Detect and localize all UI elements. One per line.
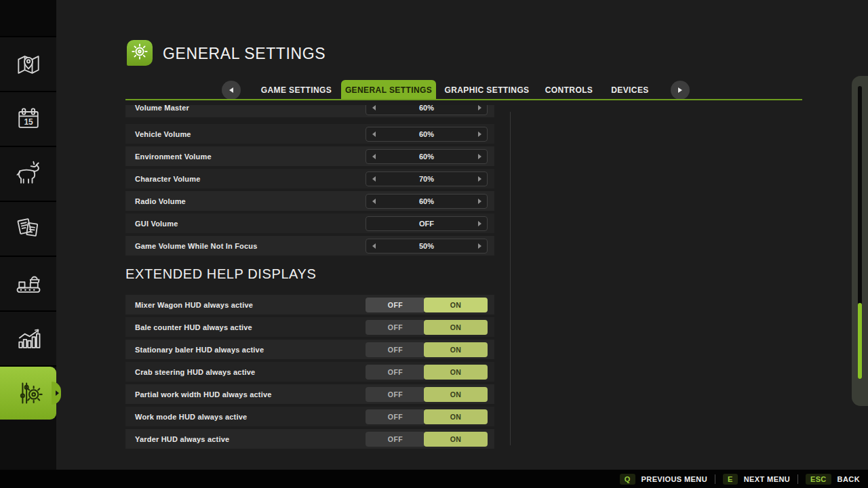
stepper-value: 60% [381,105,472,112]
tab-controls[interactable]: CONTROLS [542,80,596,100]
tab-devices[interactable]: DEVICES [604,80,656,100]
scrollbar[interactable] [852,76,868,406]
arrow-right-icon [478,199,481,204]
setting-label: Work mode HUD always active [125,413,247,421]
mixer-wagon-hud-toggle[interactable]: OFF ON [366,298,488,312]
scrollbar-thumb[interactable] [858,303,862,379]
sidebar-item-statistics[interactable] [0,312,56,367]
stepper-increase-button[interactable] [472,199,487,204]
toggle-off-button[interactable]: OFF [366,409,425,424]
documents-icon [14,214,43,244]
setting-label: Yarder HUD always active [125,435,229,443]
toggle-on-button[interactable]: ON [424,432,488,447]
arrow-right-icon [478,105,481,110]
game-volume-not-in-focus-stepper[interactable]: 50% [366,239,488,253]
hotkey-next-menu[interactable]: E NEXT MENU [723,474,790,485]
setting-row-stationary-baler-hud: Stationary baler HUD always active OFF O… [125,340,494,359]
tab-graphic-settings[interactable]: GRAPHIC SETTINGS [444,80,530,100]
stepper-decrease-button[interactable] [366,199,381,204]
volume-master-stepper[interactable]: 60% [366,105,488,115]
footer-separator [797,474,798,484]
toggle-off-button[interactable]: OFF [366,387,425,402]
key-badge-esc: ESC [806,474,831,485]
arrow-left-icon [372,154,376,159]
setting-label: Radio Volume [125,197,186,205]
sidebar-item-production[interactable] [0,257,56,312]
scrollbar-track[interactable] [858,86,862,379]
arrow-left-icon [372,176,376,182]
setting-label: Mixer Wagon HUD always active [125,301,253,309]
sidebar-item-contracts[interactable] [0,202,56,257]
sidebar-item-animals[interactable] [0,147,56,202]
setting-row-environment-volume: Environment Volume 60% [125,146,494,166]
gear-icon [130,41,150,64]
partial-work-width-hud-toggle[interactable]: OFF ON [366,387,488,402]
setting-row-crab-steering-hud: Crab steering HUD always active OFF ON [125,362,494,382]
stepper-increase-button[interactable] [472,243,487,249]
toggle-off-button[interactable]: OFF [366,365,425,380]
toggle-on-button[interactable]: ON [424,365,488,380]
setting-label: Crab steering HUD always active [125,368,255,376]
tab-general-settings[interactable]: GENERAL SETTINGS [341,80,436,100]
tabs-next-button[interactable] [671,81,690,100]
vehicle-volume-stepper[interactable]: 60% [366,127,488,142]
hotkey-label: NEXT MENU [744,475,790,483]
stepper-increase-button[interactable] [472,154,487,159]
hotkey-label: PREVIOUS MENU [642,475,708,483]
stepper-value: 60% [381,130,472,138]
statistics-icon [14,324,43,354]
setting-row-game-volume-not-in-focus: Game Volume While Not In Focus 50% [125,236,494,256]
section-heading-extended-help-displays: EXTENDED HELP DISPLAYS [125,266,494,282]
gui-volume-stepper[interactable]: OFF [366,216,488,231]
sidebar-item-calendar[interactable]: 15 [0,92,56,147]
hotkey-previous-menu[interactable]: Q PREVIOUS MENU [620,474,707,485]
tabs-prev-button[interactable] [222,81,241,100]
settings-panel: Volume Master 60% Vehicle Volume 60% Env… [125,105,494,451]
hotkey-back[interactable]: ESC BACK [806,474,860,485]
setting-label: Partial work width HUD always active [125,390,272,399]
toggle-on-button[interactable]: ON [424,387,488,402]
toggle-on-button[interactable]: ON [424,409,488,424]
stepper-increase-button[interactable] [472,131,487,137]
yarder-hud-toggle[interactable]: OFF ON [366,432,488,447]
stepper-decrease-button[interactable] [366,105,381,110]
character-volume-stepper[interactable]: 70% [366,171,488,186]
setting-row-character-volume: Character Volume 70% [125,169,494,188]
stepper-increase-button[interactable] [472,221,487,226]
environment-volume-stepper[interactable]: 60% [366,149,488,164]
stepper-increase-button[interactable] [472,105,487,110]
setting-label: GUI Volume [125,220,178,228]
setting-label: Vehicle Volume [125,130,191,138]
arrow-right-icon [478,154,481,159]
setting-row-yarder-hud: Yarder HUD always active OFF ON [125,429,494,449]
crab-steering-hud-toggle[interactable]: OFF ON [366,365,488,380]
sidebar-item-settings[interactable] [0,367,56,420]
setting-row-gui-volume: GUI Volume OFF [125,214,494,233]
arrow-right-icon [478,243,481,249]
stepper-decrease-button[interactable] [366,243,381,249]
stepper-value: 70% [381,175,472,183]
setting-label: Volume Master [125,105,189,112]
tab-game-settings[interactable]: GAME SETTINGS [254,80,338,100]
toggle-on-button[interactable]: ON [424,342,488,357]
toggle-on-button[interactable]: ON [424,298,488,312]
setting-row-mixer-wagon-hud: Mixer Wagon HUD always active OFF ON [125,295,494,314]
toggle-off-button[interactable]: OFF [366,320,425,335]
page-title: GENERAL SETTINGS [163,45,326,63]
radio-volume-stepper[interactable]: 60% [366,194,488,209]
sidebar-top-block [0,0,56,37]
work-mode-hud-toggle[interactable]: OFF ON [366,409,488,424]
page-icon [127,40,153,66]
toggle-off-button[interactable]: OFF [366,298,425,312]
toggle-off-button[interactable]: OFF [366,432,425,447]
stepper-increase-button[interactable] [472,176,487,182]
bale-counter-hud-toggle[interactable]: OFF ON [366,320,488,335]
stepper-decrease-button[interactable] [366,131,381,137]
stationary-baler-hud-toggle[interactable]: OFF ON [366,342,488,357]
setting-row-vehicle-volume: Vehicle Volume 60% [125,124,494,144]
stepper-decrease-button[interactable] [366,176,381,182]
toggle-on-button[interactable]: ON [424,320,488,335]
stepper-decrease-button[interactable] [366,154,381,159]
chevron-right-icon [678,87,682,93]
toggle-off-button[interactable]: OFF [366,342,425,357]
